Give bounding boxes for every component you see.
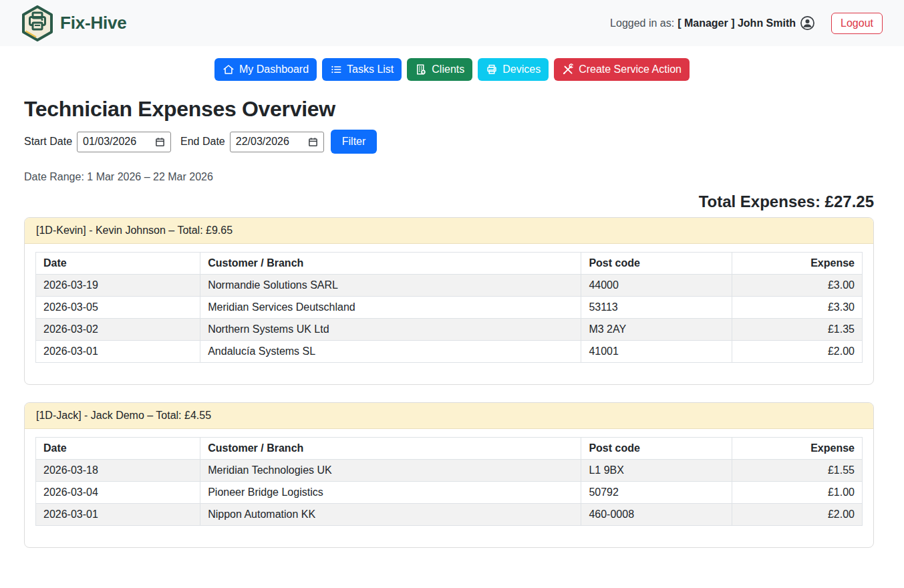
tools-icon — [562, 63, 574, 76]
column-header-postcode: Post code — [581, 438, 732, 460]
nav-create-service-action-button[interactable]: Create Service Action — [554, 58, 690, 81]
filter-button[interactable]: Filter — [331, 130, 378, 154]
table-cell: 2026-03-18 — [36, 460, 200, 482]
table-cell: Northern Systems UK Ltd — [200, 319, 581, 341]
table-row: 2026-03-05Meridian Services Deutschland5… — [36, 297, 863, 319]
table-cell: Meridian Services Deutschland — [200, 297, 581, 319]
table-cell: £3.00 — [732, 275, 862, 297]
user-info: Logged in as: [ Manager ] John Smith Log… — [610, 13, 883, 34]
date-range-text: Date Range: 1 Mar 2026 – 22 Mar 2026 — [24, 171, 874, 183]
total-expenses: Total Expenses: £27.25 — [24, 192, 874, 211]
table-cell: 2026-03-04 — [36, 482, 200, 504]
topbar: Fix-Hive Logged in as: [ Manager ] John … — [0, 0, 904, 46]
column-header-expense: Expense — [732, 438, 862, 460]
table-row: 2026-03-02Northern Systems UK LtdM3 2AY£… — [36, 319, 863, 341]
column-header-customer: Customer / Branch — [200, 253, 581, 275]
table-row: 2026-03-01Andalucía Systems SL41001£2.00 — [36, 341, 863, 363]
start-date-field[interactable] — [77, 132, 171, 152]
table-cell: Meridian Technologies UK — [200, 460, 581, 482]
end-date-label: End Date — [180, 136, 225, 148]
end-date-input[interactable] — [236, 136, 303, 148]
column-header-date: Date — [36, 438, 200, 460]
table-cell: 44000 — [581, 275, 732, 297]
table-row: 2026-03-01Nippon Automation KK460-0008£2… — [36, 504, 863, 526]
brand-name: Fix-Hive — [60, 13, 127, 33]
table-cell: M3 2AY — [581, 319, 732, 341]
end-date-field[interactable] — [230, 132, 324, 152]
nav-tasks-list-button[interactable]: Tasks List — [322, 58, 402, 81]
main-nav: My Dashboard Tasks List — [0, 58, 904, 81]
table-header-row: Date Customer / Branch Post code Expense — [36, 438, 863, 460]
nav-label: Clients — [432, 63, 464, 76]
printer-icon — [486, 63, 498, 76]
brand[interactable]: Fix-Hive — [21, 5, 127, 41]
technician-group-header: [1D-Kevin] - Kevin Johnson – Total: £9.6… — [25, 218, 873, 244]
house-icon — [222, 63, 235, 76]
expenses-table: Date Customer / Branch Post code Expense… — [35, 252, 863, 363]
content: Technician Expenses Overview Start Date … — [0, 97, 904, 548]
filter-row: Start Date End Date Filter — [24, 130, 874, 154]
table-cell: 53113 — [581, 297, 732, 319]
table-cell: £3.30 — [732, 297, 862, 319]
column-header-postcode: Post code — [581, 253, 732, 275]
table-cell: Pioneer Bridge Logistics — [200, 482, 581, 504]
table-cell: Normandie Solutions SARL — [200, 275, 581, 297]
table-cell: 50792 — [581, 482, 732, 504]
table-header-row: Date Customer / Branch Post code Expense — [36, 253, 863, 275]
table-cell: L1 9BX — [581, 460, 732, 482]
logout-button[interactable]: Logout — [831, 13, 883, 34]
table-cell: £2.00 — [732, 504, 862, 526]
nav-label: Devices — [502, 63, 541, 76]
expenses-table: Date Customer / Branch Post code Expense… — [35, 437, 863, 526]
brand-logo-icon — [21, 5, 53, 41]
technician-group-body: Date Customer / Branch Post code Expense… — [25, 244, 873, 384]
table-cell: 2026-03-05 — [36, 297, 200, 319]
table-row: 2026-03-19Normandie Solutions SARL44000£… — [36, 275, 863, 297]
logged-in-label: Logged in as: — [610, 17, 674, 29]
table-cell: 2026-03-01 — [36, 504, 200, 526]
nav-my-dashboard-button[interactable]: My Dashboard — [214, 58, 317, 81]
table-row: 2026-03-04Pioneer Bridge Logistics50792£… — [36, 482, 863, 504]
column-header-date: Date — [36, 253, 200, 275]
nav-label: My Dashboard — [239, 63, 309, 76]
technician-group-header: [1D-Jack] - Jack Demo – Total: £4.55 — [25, 403, 873, 429]
nav-devices-button[interactable]: Devices — [478, 58, 549, 81]
page-title: Technician Expenses Overview — [24, 97, 874, 122]
nav-clients-button[interactable]: Clients — [407, 58, 472, 81]
logged-in-user: [ Manager ] John Smith — [677, 17, 796, 29]
column-header-customer: Customer / Branch — [200, 438, 581, 460]
technician-group-card: [1D-Kevin] - Kevin Johnson – Total: £9.6… — [24, 217, 874, 385]
table-cell: Andalucía Systems SL — [200, 341, 581, 363]
calendar-icon[interactable] — [155, 137, 165, 147]
column-header-expense: Expense — [732, 253, 862, 275]
table-cell: 2026-03-02 — [36, 319, 200, 341]
table-cell: £1.35 — [732, 319, 862, 341]
table-cell: 2026-03-19 — [36, 275, 200, 297]
table-row: 2026-03-18Meridian Technologies UKL1 9BX… — [36, 460, 863, 482]
nav-label: Create Service Action — [579, 63, 682, 76]
nav-label: Tasks List — [347, 63, 394, 76]
technician-group-card: [1D-Jack] - Jack Demo – Total: £4.55 Dat… — [24, 402, 874, 548]
table-cell: £1.55 — [732, 460, 862, 482]
person-circle-icon — [800, 15, 815, 31]
table-cell: 2026-03-01 — [36, 341, 200, 363]
table-cell: 41001 — [581, 341, 732, 363]
calendar-icon[interactable] — [308, 137, 318, 147]
technician-group-body: Date Customer / Branch Post code Expense… — [25, 429, 873, 547]
start-date-label: Start Date — [24, 136, 72, 148]
table-cell: 460-0008 — [581, 504, 732, 526]
building-icon — [415, 63, 427, 76]
table-cell: £1.00 — [732, 482, 862, 504]
start-date-input[interactable] — [83, 136, 150, 148]
list-icon — [330, 63, 342, 76]
table-cell: £2.00 — [732, 341, 862, 363]
table-cell: Nippon Automation KK — [200, 504, 581, 526]
